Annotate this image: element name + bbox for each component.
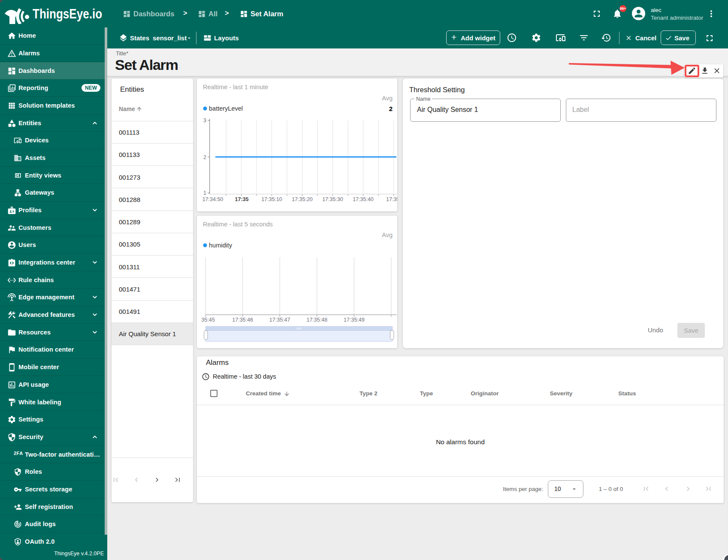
svg-text:2: 2 [203,154,206,160]
svg-text:17:34:50: 17:34:50 [202,196,224,202]
svg-text:Realtime - last 5 seconds: Realtime - last 5 seconds [203,221,273,228]
svg-text:17:35: 17:35 [235,196,249,202]
svg-text:17:35:48: 17:35:48 [306,317,327,323]
svg-text:batteryLevel: batteryLevel [209,105,243,112]
svg-text:17:35:20: 17:35:20 [292,196,313,202]
svg-text:Avg: Avg [382,95,393,102]
svg-text:17:35:47: 17:35:47 [269,317,290,323]
svg-text:Avg: Avg [382,232,393,238]
svg-text:17:35:30: 17:35:30 [322,196,343,202]
svg-text:35:45: 35:45 [201,317,214,323]
svg-text:17:35:50: 17:35:50 [386,196,397,202]
svg-text:Realtime - last 1 minute: Realtime - last 1 minute [203,84,268,90]
svg-text:1: 1 [203,190,206,196]
svg-text:2: 2 [389,105,393,112]
svg-text:17:35:40: 17:35:40 [353,196,374,202]
svg-text:3: 3 [203,117,206,123]
svg-text:humidity: humidity [209,242,233,249]
svg-text:17:35:10: 17:35:10 [261,196,282,202]
svg-text:17:35:49: 17:35:49 [344,317,365,323]
svg-text:17:35:46: 17:35:46 [232,317,253,323]
